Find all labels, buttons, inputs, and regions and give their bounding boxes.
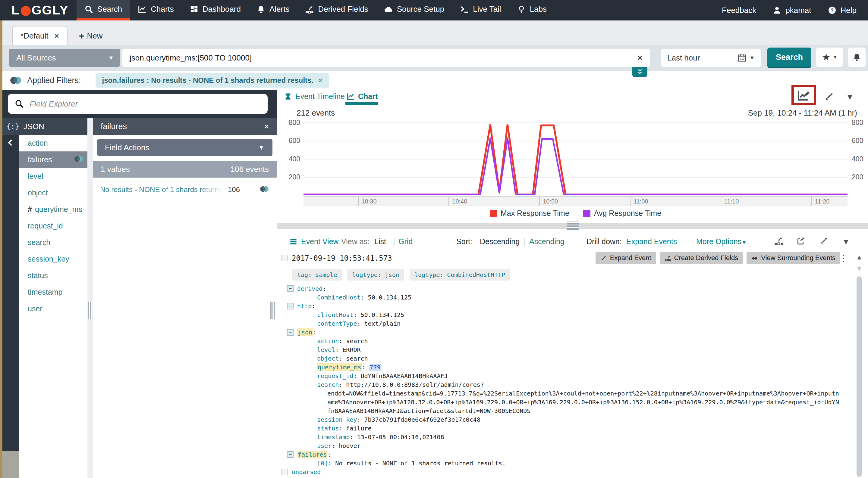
nav-item-alerts[interactable]: Alerts: [249, 0, 297, 21]
sidebar-field-querytime-ms[interactable]: #querytime_ms: [19, 201, 87, 218]
sidebar-field-user[interactable]: user: [19, 300, 87, 317]
json-key[interactable]: unparsed: [292, 468, 321, 476]
sidebar-field-failures[interactable]: failures: [19, 151, 87, 168]
events-options-caret[interactable]: ▼: [842, 237, 850, 246]
filter-chip[interactable]: json.failures : No results - NONE of 1 s…: [96, 73, 330, 88]
source-groups-dropdown[interactable]: All Sources ▾: [9, 49, 120, 67]
sidebar-field-search[interactable]: search: [19, 234, 87, 251]
nav-item-dashboard[interactable]: Dashboard: [182, 0, 249, 21]
nav-pkamat[interactable]: pkamat: [771, 6, 812, 15]
json-key[interactable]: session_key: [317, 416, 357, 423]
scroll-down-icon[interactable]: ▼: [856, 265, 863, 273]
tab-close-icon[interactable]: ×: [55, 31, 59, 41]
sidebar-field-timestamp[interactable]: timestamp: [19, 284, 87, 300]
tab-event-timeline[interactable]: Event Timeline: [284, 92, 345, 101]
sidebar-field-object[interactable]: object: [19, 184, 87, 201]
nav-item-live-tail[interactable]: Live Tail: [452, 0, 509, 21]
scroll-up-icon[interactable]: ▲: [856, 253, 863, 261]
field-value-row[interactable]: No results - NONE of 1 shards returned r…: [93, 182, 277, 198]
json-key[interactable]: contentType: [317, 320, 357, 327]
nav-item-search[interactable]: Search: [76, 0, 130, 21]
collapse-node-icon[interactable]: −: [287, 303, 293, 309]
time-range-picker[interactable]: Last hour ▼: [661, 49, 761, 67]
json-key[interactable]: querytime_ms: [317, 363, 362, 371]
json-key[interactable]: level: [317, 346, 335, 353]
nav-feedback[interactable]: Feedback: [721, 6, 757, 15]
nav-help[interactable]: ?Help: [827, 6, 858, 15]
loggly-logo[interactable]: LGGLY: [11, 0, 69, 21]
expand-search-button[interactable]: [632, 67, 647, 77]
nav-item-charts[interactable]: Charts: [130, 0, 182, 21]
expand-event-button[interactable]: Expand Event: [595, 252, 656, 264]
collapse-node-icon[interactable]: −: [281, 469, 288, 475]
field-explorer-search[interactable]: Field Explorer: [8, 94, 268, 114]
event-tag[interactable]: tag: sample: [292, 269, 342, 280]
share-icon[interactable]: [796, 236, 806, 247]
json-key[interactable]: failures: [297, 451, 327, 458]
sort-ascending[interactable]: Ascending: [529, 237, 564, 246]
view-surrounding-events-button[interactable]: View Surrounding Events: [747, 252, 840, 264]
sidebar-field-action[interactable]: action: [19, 135, 87, 151]
search-query-input[interactable]: json.querytime_ms:[500 TO 10000] ×: [122, 49, 650, 67]
json-key[interactable]: action: [317, 337, 339, 345]
new-tab-button[interactable]: + New: [79, 27, 103, 45]
more-options-dropdown[interactable]: More Options▼: [696, 237, 747, 246]
nav-item-labs[interactable]: Labs: [509, 0, 555, 21]
collapse-node-icon[interactable]: −: [287, 285, 293, 292]
json-key[interactable]: status: [317, 425, 339, 432]
field-actions-dropdown[interactable]: Field Actions ▼: [97, 139, 273, 156]
event-row[interactable]: − 2017-09-19 10:53:41.573 Expand EventCr…: [277, 251, 868, 266]
collapse-sidebar-button[interactable]: [6, 137, 15, 148]
chart-edit-icon[interactable]: [797, 89, 811, 101]
search-button[interactable]: Search: [767, 47, 811, 67]
event-tag[interactable]: logtype: json: [347, 269, 404, 280]
tab-default[interactable]: *Default ×: [12, 26, 67, 45]
sidebar-field-status[interactable]: status: [19, 267, 87, 284]
filter-toggle-icon[interactable]: [9, 76, 22, 84]
save-search-button[interactable]: ★ ▼: [816, 47, 843, 67]
alert-button[interactable]: [848, 47, 866, 67]
sidebar-field-level[interactable]: level: [19, 168, 87, 184]
json-key[interactable]: user: [317, 442, 332, 449]
collapse-node-icon[interactable]: −: [287, 329, 293, 336]
json-key[interactable]: timestamp: [317, 434, 350, 441]
colon: :: [312, 303, 319, 310]
remove-filter-icon[interactable]: ×: [318, 76, 322, 84]
scrollbar-thumb[interactable]: [857, 276, 862, 477]
json-key[interactable]: CombinedHost: [317, 294, 361, 301]
chart-options-caret[interactable]: ▼: [846, 92, 854, 102]
sidebar-field-request-id[interactable]: request_id: [19, 218, 87, 234]
tab-chart[interactable]: Chart: [347, 92, 378, 101]
close-field-panel-icon[interactable]: ×: [264, 122, 269, 131]
derived-fields-icon[interactable]: [774, 236, 784, 247]
fullscreen-chart-button[interactable]: [824, 91, 835, 104]
json-key[interactable]: derived: [297, 285, 322, 292]
json-key[interactable]: request_id: [317, 372, 353, 380]
nav-item-source-setup[interactable]: Source Setup: [376, 0, 453, 21]
event-tag[interactable]: logtype: CombinedHostHTTP: [410, 269, 510, 280]
kebab-menu-icon[interactable]: ⋮: [839, 253, 848, 263]
field-list-resize-grip[interactable]: [88, 302, 92, 319]
sidebar-field-session-key[interactable]: session_key: [19, 251, 87, 267]
expand-icon: [824, 91, 835, 102]
values-panel-resize-grip[interactable]: [270, 302, 275, 319]
collapse-event-icon[interactable]: −: [281, 254, 288, 261]
event-scrollbar[interactable]: ▲ ▼: [855, 252, 864, 478]
json-key[interactable]: clientHost: [317, 311, 353, 318]
collapse-node-icon[interactable]: −: [287, 451, 293, 458]
json-key[interactable]: [0]: [317, 459, 328, 467]
create-derived-fields-button[interactable]: Create Derived Fields: [660, 252, 743, 264]
sort-descending[interactable]: Descending: [480, 237, 520, 246]
clear-query-icon[interactable]: ×: [637, 53, 643, 63]
divider-drag-handle[interactable]: [565, 220, 581, 232]
json-key[interactable]: json: [297, 329, 313, 336]
fullscreen-events-icon[interactable]: [819, 236, 829, 247]
expand-events-link[interactable]: Expand Events: [626, 237, 677, 246]
json-key[interactable]: search: [317, 381, 339, 388]
json-key[interactable]: http: [297, 303, 312, 310]
json-key[interactable]: object: [317, 355, 339, 362]
view-as-list[interactable]: List: [374, 237, 386, 246]
view-as-grid[interactable]: Grid: [398, 237, 412, 246]
nav-item-derived-fields[interactable]: Derived Fields: [297, 0, 376, 21]
field-group-json[interactable]: {:} JSON: [2, 118, 87, 135]
